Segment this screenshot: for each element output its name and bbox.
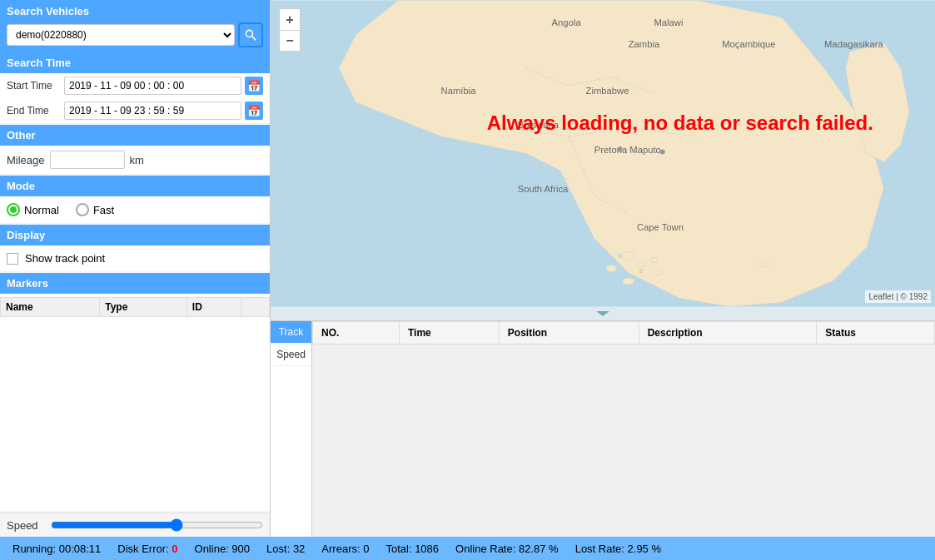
start-time-label: Start Time	[7, 80, 61, 92]
running-value: 00:08:11	[59, 543, 102, 555]
svg-text:Namíbia: Namíbia	[441, 86, 477, 96]
mode-normal-text: Normal	[24, 204, 59, 216]
markers-col-id: ID	[187, 298, 241, 317]
svg-point-3	[622, 251, 635, 260]
track-table: NO. Time Position Description Status	[312, 321, 935, 537]
arrears-label: Arrears:	[321, 543, 360, 555]
online-label: Online:	[195, 543, 229, 555]
markers-col-action	[241, 298, 270, 317]
markers-col-type: Type	[100, 298, 187, 317]
map-attribution: Leaflet | © 1992	[865, 290, 931, 303]
online-value: 900	[231, 543, 250, 555]
svg-point-9	[760, 261, 768, 266]
table-area: Track Speed NO. Time Position Descriptio…	[271, 320, 935, 537]
online-status: Online: 900	[195, 543, 251, 555]
search-time-section: Search Time Start Time 📅 End Time 📅	[0, 52, 270, 123]
mode-fast-radio[interactable]	[76, 203, 89, 216]
mode-normal-radio[interactable]	[7, 203, 20, 216]
lost-rate-label: Lost Rate:	[575, 543, 624, 555]
calendar-icon: 📅	[247, 80, 261, 92]
svg-text:Madagasikara: Madagasikara	[824, 39, 883, 49]
zoom-out-button[interactable]: −	[279, 30, 301, 52]
total-value: 1086	[415, 543, 439, 555]
svg-point-30	[617, 146, 622, 151]
total-status: Total: 1086	[385, 543, 439, 555]
disk-error-status: Disk Error: 0	[117, 543, 177, 555]
show-track-point-checkbox[interactable]	[7, 253, 18, 265]
vehicle-select[interactable]: demo(0220880)	[7, 24, 235, 46]
display-header: Display	[0, 225, 270, 245]
online-rate-status: Online Rate: 82.87 %	[455, 543, 559, 555]
markers-header: Markers	[0, 273, 270, 294]
other-header: Other	[0, 125, 270, 146]
svg-point-7	[654, 270, 662, 275]
mileage-unit: km	[130, 154, 144, 166]
end-time-calendar-button[interactable]: 📅	[245, 102, 263, 120]
search-time-header: Search Time	[0, 52, 270, 73]
speed-row: Speed	[0, 513, 270, 537]
collapse-icon	[594, 310, 611, 318]
svg-point-4	[606, 265, 616, 272]
show-track-point-label: Show track point	[25, 252, 105, 265]
svg-text:Zambia: Zambia	[629, 39, 660, 49]
tab-speed[interactable]: Speed	[271, 344, 311, 366]
status-bar: Running: 00:08:11 Disk Error: 0 Online: …	[0, 537, 935, 560]
svg-text:Pretoria Maputo: Pretoria Maputo	[594, 145, 661, 155]
search-vehicle-button[interactable]	[238, 22, 263, 47]
svg-text:Malawi: Malawi	[654, 17, 683, 27]
map-container: + −	[271, 0, 935, 307]
speed-slider[interactable]	[51, 518, 263, 532]
lost-rate-value: 2.95 %	[628, 543, 661, 555]
tab-track[interactable]: Track	[271, 321, 311, 344]
svg-point-32	[618, 254, 621, 257]
svg-point-31	[660, 149, 665, 154]
disk-error-label: Disk Error:	[117, 543, 168, 555]
lost-label: Lost:	[266, 543, 290, 555]
search-vehicles-section: Search Vehicles demo(0220880)	[0, 0, 270, 52]
end-time-input[interactable]	[64, 102, 241, 120]
svg-line-1	[252, 37, 256, 41]
map-zoom-controls: + −	[279, 8, 301, 52]
svg-text:Zimbabwe: Zimbabwe	[586, 86, 629, 96]
lost-rate-status: Lost Rate: 2.95 %	[575, 543, 661, 555]
total-label: Total:	[385, 543, 411, 555]
col-time: Time	[399, 322, 499, 344]
arrears-status: Arrears: 0	[321, 543, 369, 555]
svg-point-5	[637, 261, 645, 266]
svg-marker-34	[596, 311, 609, 316]
map-svg: Angola Malawi Zambia Moçambique Madagasi…	[271, 0, 935, 307]
mode-normal-label[interactable]: Normal	[7, 203, 59, 216]
zoom-in-button[interactable]: +	[279, 8, 301, 30]
mileage-label: Mileage	[7, 154, 45, 166]
running-status: Running: 00:08:11	[12, 543, 101, 555]
disk-error-value: 0	[172, 543, 177, 555]
svg-point-0	[246, 30, 252, 37]
lost-status: Lost: 32	[266, 543, 305, 555]
col-no: NO.	[313, 322, 400, 344]
mileage-input[interactable]	[50, 151, 125, 169]
right-area: + −	[271, 0, 935, 537]
col-position: Position	[499, 322, 639, 344]
other-section: Other Mileage km	[0, 125, 270, 174]
track-speed-tabs: Track Speed	[271, 321, 312, 537]
start-time-calendar-button[interactable]: 📅	[245, 77, 263, 95]
collapse-handle[interactable]	[271, 307, 935, 320]
mode-fast-text: Fast	[93, 204, 114, 216]
svg-text:Angola: Angola	[552, 17, 582, 27]
mode-header: Mode	[0, 176, 270, 196]
svg-text:Cape Town: Cape Town	[637, 222, 684, 232]
mode-section: Mode Normal Fast	[0, 176, 270, 223]
start-time-input[interactable]	[64, 77, 241, 95]
svg-text:Moçambique: Moçambique	[722, 39, 775, 49]
search-icon	[244, 28, 257, 42]
running-label: Running:	[12, 543, 56, 555]
svg-point-8	[623, 278, 634, 285]
col-description: Description	[639, 322, 817, 344]
left-panel: Search Vehicles demo(0220880) Search Tim…	[0, 0, 271, 537]
mode-fast-label[interactable]: Fast	[76, 203, 114, 216]
arrears-value: 0	[363, 543, 369, 555]
svg-point-33	[639, 270, 643, 273]
calendar-icon-2: 📅	[247, 105, 261, 117]
col-status: Status	[817, 322, 935, 344]
svg-point-6	[650, 257, 657, 262]
